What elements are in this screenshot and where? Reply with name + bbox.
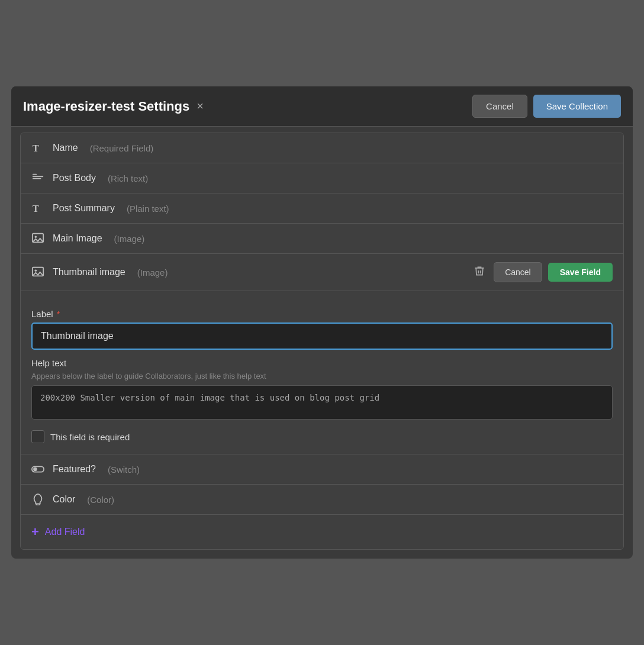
field-type-color: (Color) xyxy=(87,495,114,505)
field-label-post-body: Post Body xyxy=(53,173,96,183)
required-checkbox-row[interactable]: This field is required xyxy=(31,430,613,443)
field-type-featured: (Switch) xyxy=(108,465,140,475)
svg-point-10 xyxy=(33,467,37,471)
add-field-row[interactable]: + Add Field xyxy=(21,515,623,549)
richtext-icon xyxy=(31,172,44,185)
required-checkbox[interactable] xyxy=(31,430,44,443)
save-collection-button[interactable]: Save Collection xyxy=(533,95,621,118)
image-icon-2 xyxy=(31,266,44,279)
field-row-post-body[interactable]: Post Body (Rich text) xyxy=(21,163,623,194)
label-field-label: Label * xyxy=(31,309,613,319)
add-field-label: Add Field xyxy=(45,527,85,537)
help-text-input[interactable]: 200x200 Smaller version of main image th… xyxy=(31,385,613,420)
field-label-post-summary: Post Summary xyxy=(53,203,115,214)
svg-rect-2 xyxy=(33,176,43,177)
field-label-name: Name xyxy=(53,143,78,153)
field-row-featured[interactable]: Featured? (Switch) xyxy=(21,454,623,485)
color-icon xyxy=(31,493,44,506)
svg-text:T: T xyxy=(33,143,39,154)
svg-point-6 xyxy=(35,236,37,238)
field-label-color: Color xyxy=(53,494,75,505)
field-row-color[interactable]: Color (Color) xyxy=(21,485,623,515)
field-label-thumbnail: Thumbnail image xyxy=(53,267,125,278)
text-icon-2: T xyxy=(31,202,44,215)
modal-header: Image-resizer-test Settings × Cancel Sav… xyxy=(11,86,633,127)
field-type-name: (Required Field) xyxy=(90,143,154,153)
modal-body: T Name (Required Field) Post Body (Rich … xyxy=(11,127,633,559)
label-field-group: Label * xyxy=(31,309,613,350)
field-type-thumbnail: (Image) xyxy=(137,267,168,278)
thumbnail-actions: Cancel Save Field xyxy=(471,262,613,282)
label-text: Label xyxy=(31,309,53,319)
save-field-button[interactable]: Save Field xyxy=(548,263,613,282)
svg-rect-3 xyxy=(33,178,41,179)
field-expanded-body: Label * Help text Appears below the labe… xyxy=(21,299,623,454)
delete-field-button[interactable] xyxy=(471,263,488,282)
field-label-main-image: Main Image xyxy=(53,233,102,244)
field-row-post-summary[interactable]: T Post Summary (Plain text) xyxy=(21,194,623,224)
field-row-thumbnail: Thumbnail image (Image) xyxy=(21,254,623,454)
help-text-description: Appears below the label to guide Collabo… xyxy=(31,372,613,380)
svg-point-8 xyxy=(35,269,37,272)
field-type-post-summary: (Plain text) xyxy=(127,204,169,214)
add-field-icon: + xyxy=(31,524,39,540)
thumbnail-row-header: Thumbnail image (Image) xyxy=(21,254,623,291)
field-cancel-button[interactable]: Cancel xyxy=(494,262,542,282)
required-star: * xyxy=(57,309,60,319)
cancel-button[interactable]: Cancel xyxy=(472,95,527,118)
text-icon: T xyxy=(31,141,44,154)
modal-title-group: Image-resizer-test Settings × xyxy=(23,99,204,114)
field-type-post-body: (Rich text) xyxy=(108,173,148,183)
help-text-title: Help text xyxy=(31,358,66,368)
required-checkbox-label: This field is required xyxy=(50,432,130,442)
svg-rect-1 xyxy=(33,174,37,175)
modal-title: Image-resizer-test Settings xyxy=(23,99,189,114)
label-input[interactable] xyxy=(31,322,613,350)
modal-actions: Cancel Save Collection xyxy=(472,95,621,118)
svg-text:T: T xyxy=(33,203,39,214)
field-label-featured: Featured? xyxy=(53,464,96,475)
field-row-name[interactable]: T Name (Required Field) xyxy=(21,133,623,163)
help-text-label: Help text xyxy=(31,358,613,368)
close-icon[interactable]: × xyxy=(197,99,204,113)
help-text-group: Help text Appears below the label to gui… xyxy=(31,358,613,422)
field-row-main-image[interactable]: Main Image (Image) xyxy=(21,224,623,254)
fields-list: T Name (Required Field) Post Body (Rich … xyxy=(20,133,624,550)
trash-icon xyxy=(474,265,485,277)
field-type-main-image: (Image) xyxy=(114,234,145,244)
image-icon xyxy=(31,232,44,245)
settings-modal: Image-resizer-test Settings × Cancel Sav… xyxy=(11,86,633,559)
switch-icon xyxy=(31,463,44,476)
